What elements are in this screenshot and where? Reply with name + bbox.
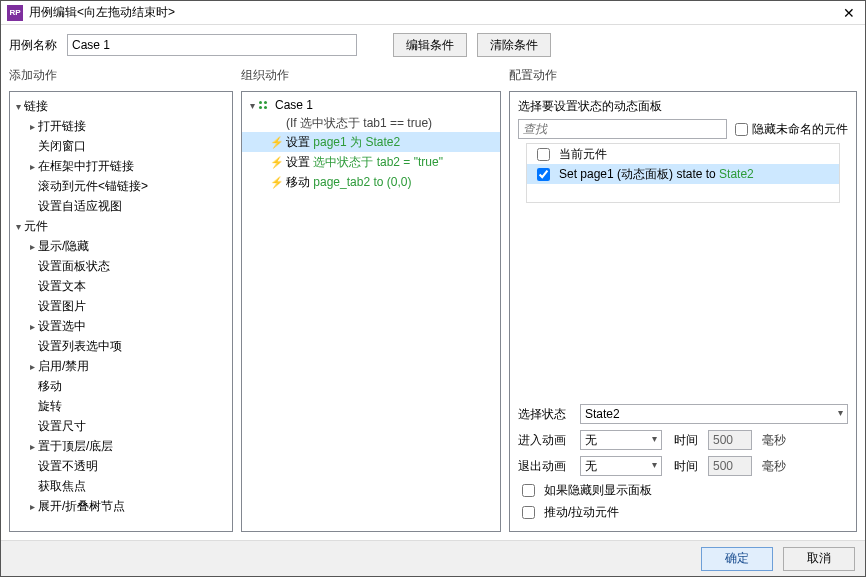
tree-item[interactable]: 在框架中打开链接 — [12, 156, 230, 176]
anim-out-dropdown[interactable]: 无 — [580, 456, 662, 476]
push-pull-label: 推动/拉动元件 — [544, 504, 619, 521]
tree-item[interactable]: 设置列表选中项 — [12, 336, 230, 356]
tree-item[interactable]: 设置图片 — [12, 296, 230, 316]
action-text: 设置 page1 为 State2 — [286, 134, 400, 151]
time-unit-in: 毫秒 — [762, 432, 786, 449]
tree-item-label: 设置自适应视图 — [38, 198, 122, 215]
action-row[interactable]: 移动 page_tab2 to (0,0) — [242, 172, 500, 192]
clear-conditions-button[interactable]: 清除条件 — [477, 33, 551, 57]
case-actions-list: Case 1 (If 选中状态于 tab1 == true) 设置 page1 … — [242, 92, 500, 531]
tree-item[interactable]: 设置选中 — [12, 316, 230, 336]
tree-item[interactable]: 移动 — [12, 376, 230, 396]
tree-item-label: 设置列表选中项 — [38, 338, 122, 355]
search-input[interactable] — [518, 119, 727, 139]
caret-right-icon — [26, 359, 38, 373]
hide-unnamed-checkbox[interactable]: 隐藏未命名的元件 — [735, 121, 848, 138]
caret-down-icon — [250, 98, 255, 112]
tree-item[interactable]: 关闭窗口 — [12, 136, 230, 156]
tree-item[interactable]: 设置面板状态 — [12, 256, 230, 276]
tree-item-label: 设置选中 — [38, 318, 86, 335]
show-if-hidden-label: 如果隐藏则显示面板 — [544, 482, 652, 499]
add-actions-header: 添加动作 — [9, 67, 233, 87]
select-state-dropdown[interactable]: State2 — [580, 404, 848, 424]
lightning-icon — [270, 175, 280, 189]
tree-item-label: 展开/折叠树节点 — [38, 498, 125, 515]
tree-item[interactable]: 打开链接 — [12, 116, 230, 136]
lightning-icon — [270, 155, 280, 169]
titlebar: RP 用例编辑<向左拖动结束时> ✕ — [1, 1, 865, 25]
caret-right-icon — [26, 239, 38, 253]
tree-item-label: 设置图片 — [38, 298, 86, 315]
target-row[interactable]: 当前元件 — [527, 144, 839, 164]
show-if-hidden-checkbox[interactable] — [522, 484, 535, 497]
close-icon[interactable]: ✕ — [839, 5, 859, 21]
tree-item[interactable]: 设置文本 — [12, 276, 230, 296]
case-name: Case 1 — [275, 98, 313, 112]
caret-right-icon — [26, 439, 38, 453]
anim-in-time-input — [708, 430, 752, 450]
case-condition: (If 选中状态于 tab1 == true) — [242, 114, 500, 132]
tree-item-label: 设置不透明 — [38, 458, 98, 475]
dialog-footer: 确定 取消 — [1, 540, 865, 576]
caret-right-icon — [26, 499, 38, 513]
edit-conditions-button[interactable]: 编辑条件 — [393, 33, 467, 57]
tree-item-label: 旋转 — [38, 398, 62, 415]
target-checkbox[interactable] — [537, 148, 550, 161]
target-row[interactable]: Set page1 (动态面板) state to State2 — [527, 164, 839, 184]
action-text: 设置 选中状态于 tab2 = "true" — [286, 154, 443, 171]
tree-item[interactable]: 置于顶层/底层 — [12, 436, 230, 456]
case-icon — [259, 99, 271, 111]
caret-down-icon — [12, 219, 24, 233]
tree-item[interactable]: 设置不透明 — [12, 456, 230, 476]
tree-item-label: 启用/禁用 — [38, 358, 89, 375]
case-name-input[interactable] — [67, 34, 357, 56]
select-state-value: State2 — [585, 407, 620, 421]
tree-item-label: 显示/隐藏 — [38, 238, 89, 255]
time-label-out: 时间 — [672, 458, 698, 475]
action-row[interactable]: 设置 选中状态于 tab2 = "true" — [242, 152, 500, 172]
tree-item[interactable]: 元件 — [12, 216, 230, 236]
caret-down-icon — [12, 99, 24, 113]
select-panel-header: 选择要设置状态的动态面板 — [518, 98, 848, 115]
case-node[interactable]: Case 1 — [242, 96, 500, 114]
target-list[interactable]: 当前元件Set page1 (动态面板) state to State2 — [526, 143, 840, 203]
tree-item-label: 获取焦点 — [38, 478, 86, 495]
target-label: Set page1 (动态面板) state to State2 — [559, 166, 754, 183]
tree-item-label: 设置尺寸 — [38, 418, 86, 435]
tree-item-label: 在框架中打开链接 — [38, 158, 134, 175]
configure-actions-header: 配置动作 — [509, 67, 857, 87]
actions-tree[interactable]: 链接打开链接关闭窗口在框架中打开链接滚动到元件<锚链接>设置自适应视图元件显示/… — [10, 92, 232, 531]
case-name-label: 用例名称 — [9, 37, 57, 54]
tree-item-label: 滚动到元件<锚链接> — [38, 178, 148, 195]
tree-item[interactable]: 显示/隐藏 — [12, 236, 230, 256]
target-label: 当前元件 — [559, 146, 607, 163]
cancel-button[interactable]: 取消 — [783, 547, 855, 571]
tree-item-label: 打开链接 — [38, 118, 86, 135]
lightning-icon — [270, 135, 280, 149]
tree-item-label: 设置面板状态 — [38, 258, 110, 275]
target-checkbox[interactable] — [537, 168, 550, 181]
app-logo: RP — [7, 5, 23, 21]
time-unit-out: 毫秒 — [762, 458, 786, 475]
action-row[interactable]: 设置 page1 为 State2 — [242, 132, 500, 152]
action-text: 移动 page_tab2 to (0,0) — [286, 174, 411, 191]
caret-right-icon — [26, 319, 38, 333]
tree-item[interactable]: 获取焦点 — [12, 476, 230, 496]
tree-item[interactable]: 链接 — [12, 96, 230, 116]
anim-out-time-input — [708, 456, 752, 476]
tree-item-label: 元件 — [24, 218, 48, 235]
tree-item[interactable]: 启用/禁用 — [12, 356, 230, 376]
anim-out-label: 退出动画 — [518, 458, 570, 475]
push-pull-checkbox[interactable] — [522, 506, 535, 519]
tree-item[interactable]: 展开/折叠树节点 — [12, 496, 230, 516]
tree-item[interactable]: 滚动到元件<锚链接> — [12, 176, 230, 196]
anim-in-dropdown[interactable]: 无 — [580, 430, 662, 450]
organize-actions-header: 组织动作 — [241, 67, 501, 87]
ok-button[interactable]: 确定 — [701, 547, 773, 571]
select-state-label: 选择状态 — [518, 406, 570, 423]
caret-right-icon — [26, 159, 38, 173]
tree-item[interactable]: 旋转 — [12, 396, 230, 416]
window-title: 用例编辑<向左拖动结束时> — [29, 4, 839, 21]
tree-item[interactable]: 设置自适应视图 — [12, 196, 230, 216]
tree-item[interactable]: 设置尺寸 — [12, 416, 230, 436]
